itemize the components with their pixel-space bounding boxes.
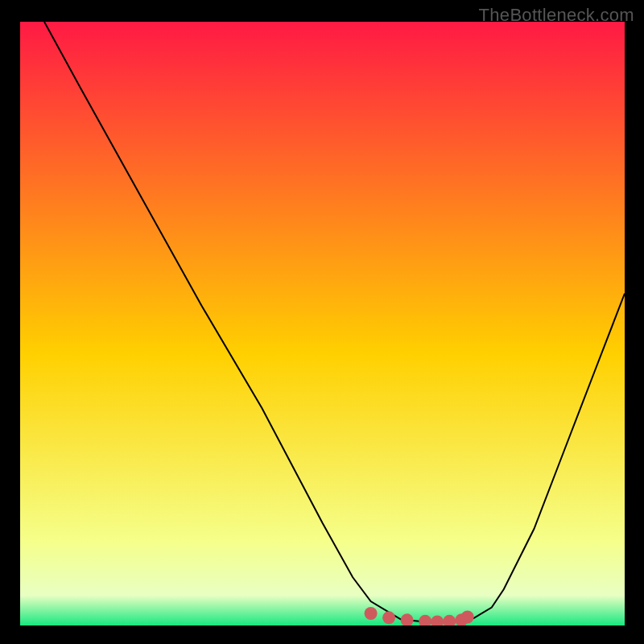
plot-area bbox=[20, 22, 625, 625]
valley-marker bbox=[365, 607, 378, 620]
valley-marker bbox=[382, 611, 395, 624]
valley-marker bbox=[461, 611, 474, 624]
gradient-background bbox=[20, 22, 625, 625]
chart-frame: TheBottleneck.com bbox=[0, 0, 644, 644]
bottleneck-chart bbox=[20, 22, 625, 625]
watermark-text: TheBottleneck.com bbox=[479, 5, 634, 26]
